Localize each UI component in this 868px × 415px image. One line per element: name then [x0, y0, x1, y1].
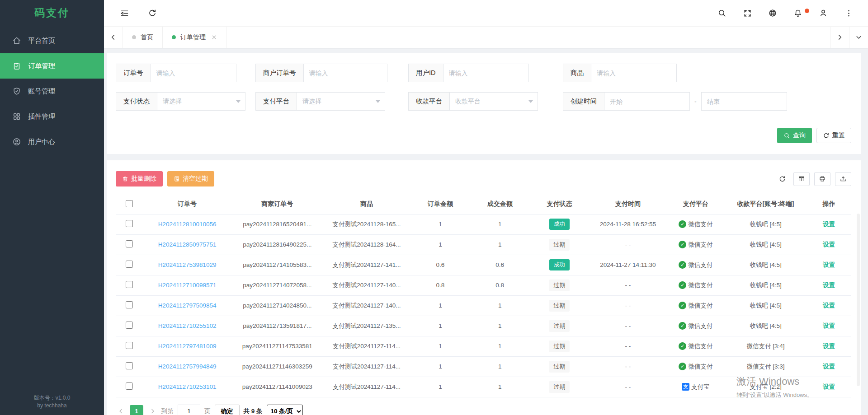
order-no-link[interactable]: H2024112753981029 — [158, 261, 217, 268]
more-options-icon[interactable] — [843, 7, 854, 19]
paid-cell: 0.6 — [470, 255, 530, 275]
tab-order-management[interactable]: 订单管理 — [163, 27, 226, 48]
row-checkbox[interactable] — [126, 342, 133, 349]
order-no-link[interactable]: H2024112850975751 — [158, 241, 217, 248]
paid-cell: 1 — [470, 356, 530, 377]
row-checkbox[interactable] — [126, 362, 133, 369]
table-refresh-icon[interactable] — [775, 172, 789, 186]
total-count-label: 共 9 条 — [244, 407, 263, 415]
product-cell: 支付测试20241127-114... — [323, 336, 410, 356]
tab-dot — [132, 35, 136, 39]
table-row: H2024112710253101 pay202411271141009023 … — [116, 377, 851, 397]
row-checkbox[interactable] — [126, 220, 133, 227]
start-date-input[interactable] — [604, 92, 690, 111]
settings-link[interactable]: 设置 — [823, 221, 835, 228]
goto-confirm-button[interactable]: 确定 — [215, 405, 240, 415]
page-size-select[interactable]: 10 条/页 — [267, 405, 303, 415]
sidebar-item-platform-home[interactable]: 平台首页 — [0, 28, 104, 53]
account-icon — [12, 87, 21, 96]
settings-link[interactable]: 设置 — [823, 322, 835, 329]
tab-home[interactable]: 首页 — [123, 27, 163, 48]
sidebar-item-plugin-management[interactable]: 插件管理 — [0, 104, 104, 129]
row-checkbox[interactable] — [126, 322, 133, 329]
row-checkbox[interactable] — [126, 301, 133, 308]
search-button[interactable]: 查询 — [777, 128, 812, 143]
current-page-button[interactable]: 1 — [130, 405, 143, 415]
user-profile-icon[interactable] — [817, 7, 829, 19]
row-select-cell — [116, 255, 142, 275]
user-id-input[interactable] — [443, 64, 529, 82]
pay-time-cell: - - — [589, 356, 666, 377]
sidebar-collapse-button[interactable] — [118, 7, 130, 19]
filter-order-no: 订单号 — [116, 64, 255, 82]
sidebar-item-order-management[interactable]: 订单管理 — [0, 53, 104, 79]
pay-status-select[interactable]: 请选择 — [157, 92, 245, 111]
settings-link[interactable]: 设置 — [823, 261, 835, 268]
sidebar-item-user-center[interactable]: 用户中心 — [0, 129, 104, 154]
platform-cell: ✓ 微信支付 — [667, 295, 725, 316]
settings-link[interactable]: 设置 — [823, 363, 835, 370]
search-icon[interactable] — [716, 7, 728, 19]
batch-delete-button[interactable]: 批量删除 — [116, 171, 163, 187]
refresh-page-button[interactable] — [146, 7, 158, 19]
next-page-icon[interactable] — [147, 405, 157, 415]
order-no-link[interactable]: H2024112710099571 — [158, 282, 217, 289]
filter-label: 订单号 — [116, 64, 151, 82]
reset-icon — [823, 132, 830, 139]
status-cell: 成功 — [530, 255, 590, 275]
order-no-link[interactable]: H2024112710255102 — [158, 322, 217, 329]
goto-label: 到第 — [161, 407, 174, 415]
row-select-cell — [116, 356, 142, 377]
table-scrollbar[interactable] — [857, 214, 860, 386]
settings-link[interactable]: 设置 — [823, 343, 835, 350]
print-icon[interactable] — [814, 172, 830, 186]
status-cell: 过期 — [530, 316, 590, 336]
row-checkbox[interactable] — [126, 240, 133, 247]
prev-page-icon[interactable] — [116, 405, 126, 415]
product-cell: 支付测试20241127-114... — [323, 356, 410, 377]
settings-link[interactable]: 设置 — [823, 282, 835, 289]
order-no-link[interactable]: H2024112797481009 — [158, 343, 217, 350]
pay-platform-select[interactable]: 请选择 — [297, 92, 385, 111]
settings-link[interactable]: 设置 — [823, 383, 835, 390]
fullscreen-icon[interactable] — [741, 7, 753, 19]
receiver-cell: 收钱吧 [4:5] — [725, 275, 807, 295]
order-no-link[interactable]: H2024112797509854 — [158, 302, 217, 309]
notifications-bell-icon[interactable] — [792, 7, 804, 19]
filter-actions: 查询 重置 — [116, 121, 851, 154]
platform-label: 微信支付 — [688, 302, 712, 310]
merchant-order-no-input[interactable] — [303, 64, 387, 82]
row-checkbox[interactable] — [126, 261, 133, 268]
tabs-scroll-right-icon[interactable] — [830, 27, 849, 48]
language-globe-icon[interactable] — [767, 7, 778, 19]
clear-expired-button[interactable]: 清空过期 — [167, 171, 214, 187]
select-placeholder: 收款平台 — [455, 98, 481, 106]
wechat-pay-icon: ✓ — [679, 342, 686, 350]
column-settings-icon[interactable] — [793, 172, 810, 186]
order-no-link[interactable]: H2024112810010056 — [158, 221, 217, 228]
amount-cell: 1 — [410, 316, 470, 336]
order-no-input[interactable] — [151, 64, 236, 82]
goto-page-input[interactable] — [178, 405, 200, 415]
merchant-no-cell: pay202411271141009023 — [232, 377, 323, 397]
order-no-link[interactable]: H2024112710253101 — [158, 383, 217, 390]
receive-platform-select[interactable]: 收款平台 — [449, 92, 538, 111]
sidebar-item-account-management[interactable]: 账号管理 — [0, 79, 104, 104]
status-cell: 过期 — [530, 377, 590, 397]
select-all-checkbox[interactable] — [126, 200, 133, 207]
tab-close-icon[interactable] — [211, 34, 217, 40]
select-placeholder: 请选择 — [302, 98, 321, 106]
end-date-input[interactable] — [701, 92, 787, 111]
settings-link[interactable]: 设置 — [823, 241, 835, 248]
reset-button[interactable]: 重置 — [816, 128, 851, 143]
order-no-link[interactable]: H2024112757994849 — [158, 363, 217, 370]
settings-link[interactable]: 设置 — [823, 302, 835, 309]
export-icon[interactable] — [835, 172, 851, 186]
row-checkbox[interactable] — [126, 281, 133, 288]
page-label: 页 — [204, 407, 211, 415]
row-checkbox[interactable] — [126, 382, 133, 390]
tabs-scroll-left-icon[interactable] — [104, 27, 123, 48]
paid-cell: 1 — [470, 214, 530, 234]
product-input[interactable] — [591, 64, 677, 82]
tabs-dropdown-icon[interactable] — [849, 27, 868, 48]
